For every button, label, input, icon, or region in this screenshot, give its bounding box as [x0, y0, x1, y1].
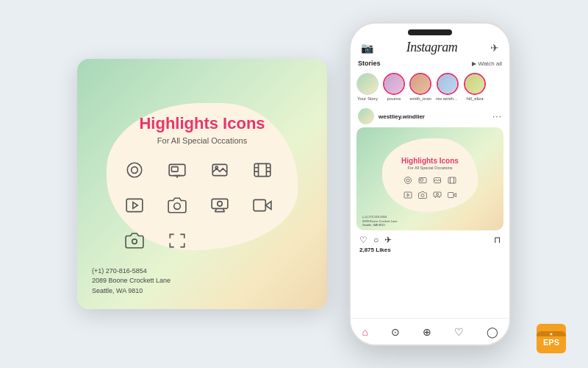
phone-mockup: 📷 Instagram ✈ Stories ▶ Watch all Your S…: [349, 22, 511, 346]
stories-row: Your Story pouros smith_oran rex.winthei…: [351, 70, 509, 105]
action-left-group: ♡ ○ ✈: [359, 235, 392, 245]
story-avatar-4: [464, 73, 486, 95]
instagram-header: 📷 Instagram ✈: [351, 35, 509, 58]
svg-rect-34: [404, 192, 412, 198]
nav-reels-icon[interactable]: ♡: [454, 326, 464, 338]
svg-rect-8: [254, 163, 270, 176]
scan-icon: [164, 227, 190, 254]
story-name-2: smith_oran: [409, 96, 431, 101]
svg-marker-23: [265, 202, 271, 210]
svg-rect-24: [254, 199, 265, 210]
story-name-3: rex.wintheiser: [436, 96, 459, 101]
svg-marker-16: [133, 202, 138, 209]
svg-point-1: [132, 167, 138, 174]
left-promo-card: Highlights Icons For All Special Occatio…: [77, 59, 327, 309]
post-camera-icon: [417, 189, 429, 201]
svg-point-27: [406, 179, 409, 182]
camera-nav-icon[interactable]: 📷: [361, 42, 373, 54]
phone-notch: [408, 29, 452, 35]
story-item-yours[interactable]: Your Story: [356, 73, 379, 101]
avatar-image-3: [438, 74, 457, 93]
story-name-yours: Your Story: [357, 96, 378, 101]
post-card-subtitle: For All Special Occations: [407, 166, 452, 170]
footer-address2: Seattle, WA 9810: [92, 286, 171, 297]
post-video-icon: [446, 189, 458, 201]
projector-icon: [207, 192, 233, 219]
story-item-3[interactable]: rex.wintheiser: [436, 73, 459, 101]
eps-badge-label: EPS: [543, 338, 559, 347]
author-name: westliey.windlier: [379, 113, 425, 120]
post-actions: ♡ ○ ✈ ⊓: [351, 230, 509, 247]
nav-search-icon[interactable]: ⊙: [391, 326, 400, 338]
svg-rect-15: [126, 199, 143, 211]
story-avatar-3: [437, 73, 459, 95]
svg-rect-37: [434, 192, 441, 197]
nav-home-icon[interactable]: ⌂: [362, 326, 368, 338]
story-avatar-2: [409, 73, 431, 95]
avatar-image-4: [465, 74, 484, 93]
circle-icon: [121, 157, 148, 183]
more-options-icon[interactable]: ···: [492, 111, 502, 121]
svg-rect-18: [212, 199, 228, 208]
send-icon[interactable]: ✈: [490, 42, 499, 54]
post-card-title: Highlights Icons: [401, 157, 459, 166]
share-icon[interactable]: ✈: [384, 235, 392, 245]
like-icon[interactable]: ♡: [359, 235, 368, 245]
video-camera-icon: [249, 192, 276, 219]
svg-point-0: [127, 163, 142, 177]
svg-point-25: [132, 239, 137, 244]
likes-count: 2,875 Likes: [351, 247, 509, 256]
story-name-4: hill_eliza: [466, 96, 483, 101]
author-avatar: [358, 108, 374, 124]
avatar-image-2: [411, 74, 430, 93]
svg-rect-31: [448, 177, 456, 183]
image-icon: [207, 157, 233, 183]
avatar-image-1: [384, 74, 404, 93]
story-item-2[interactable]: smith_oran: [409, 73, 431, 101]
stories-label: Stories: [358, 60, 381, 67]
post-author-row: westliey.windlier ···: [351, 105, 509, 127]
card-title: Highlights Icons: [92, 114, 312, 133]
eps-badge-top: ▣: [537, 331, 566, 336]
nav-add-icon[interactable]: ⊕: [423, 326, 431, 338]
instagram-logo: Instagram: [406, 40, 458, 55]
your-story-inner: [357, 74, 378, 94]
post-tv-icon: [417, 174, 429, 186]
post-footer-text: (+1) 270-316-5854 2089 Boone Crockett La…: [362, 215, 398, 227]
nav-profile-icon[interactable]: ◯: [487, 326, 498, 338]
your-story-avatar: [356, 73, 379, 95]
card-footer: (+1) 270-816-5854 2089 Boone Crockett La…: [92, 266, 171, 297]
tv-icon: [164, 157, 190, 183]
svg-point-36: [421, 194, 424, 197]
story-item-4[interactable]: hill_eliza: [464, 73, 486, 101]
story-item-1[interactable]: pouros: [383, 73, 405, 101]
svg-point-40: [437, 194, 439, 196]
svg-point-26: [405, 177, 412, 184]
camera-icon: [164, 192, 190, 219]
footer-address1: 2089 Boone Crockett Lane: [92, 276, 171, 286]
card-content: Highlights Icons For All Special Occatio…: [77, 114, 327, 254]
stories-header: Stories ▶ Watch all: [351, 58, 509, 70]
post-projector-icon: [431, 189, 443, 201]
footer-phone: (+1) 270-816-5854: [92, 266, 171, 277]
post-circle-icon: [402, 174, 414, 186]
post-film-icon: [446, 174, 458, 186]
svg-point-22: [218, 202, 223, 207]
bottom-nav: ⌂ ⊙ ⊕ ♡ ◯: [351, 318, 509, 344]
post-icons-grid: [402, 174, 458, 201]
svg-marker-35: [407, 194, 409, 197]
author-info: westliey.windlier: [358, 108, 425, 124]
icons-grid: [121, 157, 283, 254]
svg-marker-41: [453, 194, 456, 197]
play-icon: [121, 192, 148, 219]
svg-rect-42: [448, 193, 454, 198]
post-image-icon: [431, 174, 443, 186]
post-image: Highlights Icons For All Special Occatio…: [356, 127, 503, 230]
card-subtitle: For All Special Occations: [92, 136, 312, 145]
photo-camera-icon: [121, 227, 148, 254]
bookmark-icon[interactable]: ⊓: [494, 235, 501, 245]
comment-icon[interactable]: ○: [373, 235, 379, 245]
post-play-icon: [402, 189, 414, 201]
svg-rect-29: [420, 179, 423, 181]
watch-all-button[interactable]: ▶ Watch all: [472, 60, 502, 67]
